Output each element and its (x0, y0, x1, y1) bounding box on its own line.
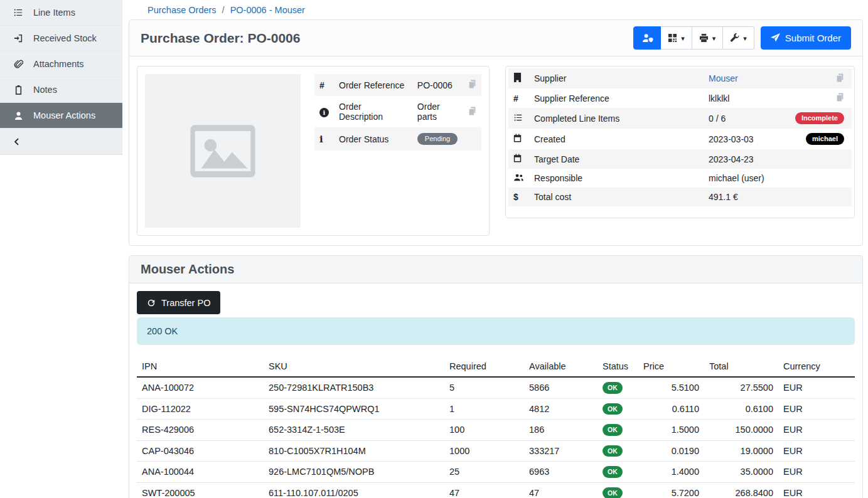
column-header-price: Price (638, 356, 704, 377)
app-window: Line Items Received Stock Attachments No… (0, 0, 868, 498)
detail-label: Responsible (529, 169, 704, 188)
cell-sku: 595-SN74HCS74QPWRQ1 (264, 398, 444, 420)
column-header-currency: Currency (778, 356, 855, 377)
order-toolbar-button-group (633, 26, 754, 50)
copy-icon[interactable] (463, 74, 481, 96)
detail-label: Created (529, 129, 704, 149)
detail-row-target-date: Target Date 2023-04-23 (508, 149, 852, 169)
sidebar-item-attachments[interactable]: Attachments (0, 51, 122, 77)
column-header-ipn: IPN (137, 356, 264, 377)
main-content: Purchase Orders / PO-0006 - Mouser Purch… (122, 0, 868, 498)
sidebar-item-mouser-actions[interactable]: Mouser Actions (0, 103, 122, 129)
order-actions-button[interactable] (723, 26, 754, 50)
sidebar-collapse-button[interactable] (0, 129, 122, 154)
tools-icon (730, 33, 739, 43)
status-ok-badge: OK (603, 382, 623, 394)
purchase-order-panel: Purchase Order: PO-0006 (129, 19, 863, 246)
parts-table-row: CAP-043046 810-C1005X7R1H104M 1000 33321… (137, 440, 855, 462)
transfer-po-label: Transfer PO (161, 298, 210, 308)
detail-label: Supplier Reference (529, 88, 704, 108)
paper-plane-icon (771, 33, 780, 43)
cell-available: 5866 (524, 377, 597, 398)
chevron-down-icon (681, 33, 685, 43)
order-status-badge: Pending (417, 133, 458, 145)
mouser-actions-panel: Mouser Actions Transfer PO 200 OK IPN SK… (129, 255, 863, 498)
detail-label: Order Status (334, 127, 412, 151)
supplier-info-box: Supplier Mouser Supplier Reference lklkl… (505, 66, 855, 218)
detail-row-order-reference: Order Reference PO-0006 (314, 74, 481, 96)
chevron-down-icon (743, 33, 747, 43)
cell-available: 333217 (524, 440, 597, 462)
barcode-actions-button[interactable] (661, 26, 692, 50)
cell-price: 1.4000 (638, 462, 704, 483)
detail-label: Target Date (529, 149, 704, 169)
status-ok-badge: OK (603, 487, 623, 498)
cell-status: OK (597, 398, 638, 420)
breadcrumb-link-current-order[interactable]: PO-0006 - Mouser (230, 5, 305, 15)
sidebar-item-received-stock[interactable]: Received Stock (0, 26, 122, 51)
cell-ipn: DIG-112022 (137, 398, 264, 420)
status-alert: 200 OK (137, 317, 855, 345)
copy-icon[interactable] (783, 88, 852, 108)
sidebar-item-notes[interactable]: Notes (0, 77, 122, 103)
column-header-total: Total (704, 356, 778, 377)
mouser-actions-title: Mouser Actions (141, 262, 234, 277)
cell-ipn: SWT-200005 (137, 482, 264, 498)
cell-total: 0.6100 (704, 398, 778, 420)
order-image-placeholder[interactable] (145, 74, 301, 228)
paperclip-icon (13, 60, 24, 69)
detail-label: Total cost (529, 188, 704, 206)
copy-icon[interactable] (783, 68, 852, 88)
detail-label: Order Description (334, 96, 412, 127)
cell-total: 150.0000 (704, 420, 778, 441)
sidebar-item-label: Mouser Actions (33, 110, 95, 120)
sidebar: Line Items Received Stock Attachments No… (0, 0, 122, 155)
cell-status: OK (597, 440, 638, 462)
submit-order-button[interactable]: Submit Order (761, 26, 851, 50)
detail-row-supplier: Supplier Mouser (508, 68, 852, 88)
cell-ipn: ANA-100072 (137, 377, 264, 398)
image-placeholder-icon (186, 114, 260, 188)
detail-value: 0 / 6 (704, 108, 783, 129)
cell-required: 25 (444, 462, 524, 483)
transfer-po-button[interactable]: Transfer PO (137, 291, 220, 314)
cell-currency: EUR (778, 482, 855, 498)
printer-icon (699, 33, 709, 43)
cell-sku: 652-3314Z-1-503E (264, 420, 444, 441)
cell-total: 35.0000 (704, 462, 778, 483)
parts-table-row: SWT-200005 611-110.107.011/0205 47 47 OK… (137, 482, 855, 498)
hash-icon (513, 93, 518, 103)
detail-value: 2023-04-23 (704, 149, 783, 169)
cell-price: 0.0190 (638, 440, 704, 462)
detail-value: lklklkl (704, 88, 783, 108)
column-header-required: Required (444, 356, 524, 377)
status-ok-badge: OK (603, 466, 623, 478)
cell-ipn: ANA-100044 (137, 462, 264, 483)
parts-table-row: ANA-100044 926-LMC7101QM5/NOPB 25 6963 O… (137, 462, 855, 483)
chevron-down-icon (712, 33, 716, 43)
print-actions-button[interactable] (692, 26, 724, 50)
supplier-link[interactable]: Mouser (709, 73, 738, 83)
detail-value: 491.1 € (704, 188, 783, 206)
copy-icon[interactable] (463, 96, 481, 127)
sidebar-item-line-items[interactable]: Line Items (0, 0, 122, 26)
list-icon (13, 8, 24, 17)
cell-required: 1000 (444, 440, 524, 462)
page-title: Purchase Order: PO-0006 (141, 31, 300, 46)
detail-row-total-cost: Total cost 491.1 € (508, 188, 852, 206)
column-header-available: Available (524, 356, 597, 377)
supplier-info-table: Supplier Mouser Supplier Reference lklkl… (508, 68, 852, 206)
cell-status: OK (597, 420, 638, 441)
detail-row-order-description: Order Description Order parts (314, 96, 481, 127)
cell-price: 5.5100 (638, 377, 704, 398)
info-icon (319, 134, 323, 145)
cell-total: 27.5500 (704, 377, 778, 398)
user-roles-button[interactable] (633, 26, 661, 50)
dollar-icon (513, 192, 518, 202)
order-info-table: Order Reference PO-0006 Order Descriptio… (314, 74, 481, 151)
order-info-table-wrap: Order Reference PO-0006 Order Descriptio… (314, 74, 481, 228)
parts-table-row: DIG-112022 595-SN74HCS74QPWRQ1 1 4812 OK… (137, 398, 855, 420)
calendar-icon (513, 154, 522, 164)
breadcrumb-link-purchase-orders[interactable]: Purchase Orders (147, 5, 217, 15)
cell-currency: EUR (778, 420, 855, 441)
